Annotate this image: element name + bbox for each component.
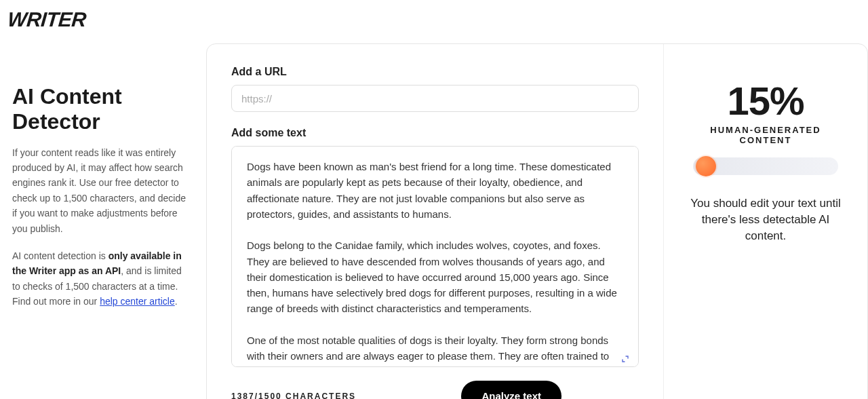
score-meter-knob — [696, 156, 716, 176]
analyze-button[interactable]: Analyze text — [461, 381, 561, 399]
score-meter — [693, 157, 838, 175]
text-label: Add some text — [231, 127, 639, 139]
help-center-link[interactable]: help center article — [100, 296, 175, 307]
advice-text: You should edit your text until there's … — [683, 195, 848, 244]
api-note-prefix: AI content detection is — [12, 250, 108, 261]
url-input[interactable] — [231, 85, 639, 112]
character-count: 1387/1500 CHARACTERS — [231, 392, 356, 400]
api-note-paragraph: AI content detection is only available i… — [12, 248, 189, 309]
human-percent: 15% — [683, 78, 848, 124]
api-note-suffix: . — [175, 296, 178, 307]
content-textarea[interactable] — [232, 147, 638, 366]
page-title: AI Content Detector — [12, 84, 189, 134]
brand-logo: WRITER — [0, 0, 868, 31]
score-meter-fill — [693, 157, 715, 175]
intro-paragraph: If your content reads like it was entire… — [12, 145, 189, 236]
sidebar-info: AI Content Detector If your content read… — [12, 43, 202, 399]
detector-card: Add a URL Add some text 1387/1500 CHARAC… — [206, 43, 868, 399]
url-label: Add a URL — [231, 66, 639, 78]
human-generated-label: HUMAN-GENERATED CONTENT — [683, 125, 848, 145]
